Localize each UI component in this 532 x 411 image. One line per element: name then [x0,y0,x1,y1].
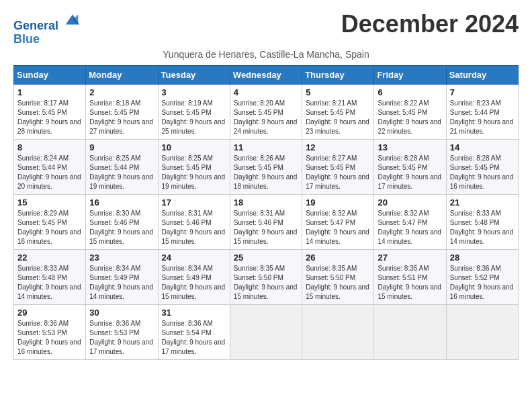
calendar-cell: 24 Sunrise: 8:34 AM Sunset: 5:49 PM Dayl… [158,249,230,304]
calendar-cell: 6 Sunrise: 8:22 AM Sunset: 5:45 PM Dayli… [374,84,446,139]
calendar-week-1: 1 Sunrise: 8:17 AM Sunset: 5:45 PM Dayli… [14,84,519,139]
calendar-cell [230,304,302,359]
sunset-label: Sunset: 5:45 PM [378,164,427,171]
sunrise-label: Sunrise: 8:25 AM [162,154,213,162]
calendar: SundayMondayTuesdayWednesdayThursdayFrid… [13,65,519,360]
daylight-label: Daylight: 9 hours and 15 minutes. [306,283,369,300]
sunrise-label: Sunrise: 8:30 AM [89,210,140,217]
daylight-label: Daylight: 9 hours and 18 minutes. [234,173,298,190]
sunset-label: Sunset: 5:49 PM [89,274,139,281]
day-info: Sunrise: 8:34 AM Sunset: 5:49 PM Dayligh… [89,264,154,302]
day-info: Sunrise: 8:18 AM Sunset: 5:45 PM Dayligh… [89,99,154,136]
day-info: Sunrise: 8:22 AM Sunset: 5:45 PM Dayligh… [378,99,442,136]
calendar-cell: 3 Sunrise: 8:19 AM Sunset: 5:45 PM Dayli… [158,84,230,139]
sunset-label: Sunset: 5:45 PM [306,109,355,116]
day-number: 6 [378,87,442,97]
sunset-label: Sunset: 5:51 PM [378,274,427,281]
day-info: Sunrise: 8:35 AM Sunset: 5:50 PM Dayligh… [234,264,298,302]
calendar-cell: 11 Sunrise: 8:26 AM Sunset: 5:45 PM Dayl… [230,139,302,194]
sunrise-label: Sunrise: 8:18 AM [89,99,140,107]
day-number: 19 [306,197,370,208]
day-number: 5 [306,87,370,97]
sunrise-label: Sunrise: 8:31 AM [162,210,213,217]
sunrise-label: Sunrise: 8:35 AM [234,265,285,272]
day-info: Sunrise: 8:36 AM Sunset: 5:53 PM Dayligh… [17,319,82,357]
day-number: 24 [162,253,226,263]
day-info: Sunrise: 8:17 AM Sunset: 5:45 PM Dayligh… [17,99,82,136]
logo-general: General [13,19,58,32]
daylight-label: Daylight: 9 hours and 23 minutes. [306,118,369,135]
sunrise-label: Sunrise: 8:25 AM [89,154,140,162]
sunrise-label: Sunrise: 8:26 AM [234,154,285,162]
sunset-label: Sunset: 5:53 PM [17,329,67,336]
calendar-cell: 13 Sunrise: 8:28 AM Sunset: 5:45 PM Dayl… [374,139,446,194]
sunrise-label: Sunrise: 8:22 AM [378,99,429,107]
calendar-cell: 17 Sunrise: 8:31 AM Sunset: 5:46 PM Dayl… [158,194,230,249]
day-number: 30 [89,308,154,318]
day-info: Sunrise: 8:30 AM Sunset: 5:46 PM Dayligh… [89,209,154,246]
sunset-label: Sunset: 5:46 PM [234,219,283,226]
day-info: Sunrise: 8:36 AM Sunset: 5:52 PM Dayligh… [450,264,515,302]
day-number: 16 [89,197,154,208]
calendar-cell: 7 Sunrise: 8:23 AM Sunset: 5:44 PM Dayli… [446,84,518,139]
header-thursday: Thursday [302,65,374,84]
day-info: Sunrise: 8:36 AM Sunset: 5:53 PM Dayligh… [89,319,154,357]
daylight-label: Daylight: 9 hours and 24 minutes. [234,118,298,135]
sunset-label: Sunset: 5:45 PM [306,164,355,171]
sunrise-label: Sunrise: 8:35 AM [378,265,429,272]
day-info: Sunrise: 8:26 AM Sunset: 5:45 PM Dayligh… [234,154,298,191]
sunrise-label: Sunrise: 8:34 AM [162,265,213,272]
calendar-cell: 1 Sunrise: 8:17 AM Sunset: 5:45 PM Dayli… [14,84,86,139]
daylight-label: Daylight: 9 hours and 15 minutes. [89,228,153,245]
sunrise-label: Sunrise: 8:19 AM [162,99,213,107]
calendar-cell: 22 Sunrise: 8:33 AM Sunset: 5:48 PM Dayl… [14,249,86,304]
day-number: 10 [162,142,226,152]
sunrise-label: Sunrise: 8:35 AM [306,265,357,272]
day-info: Sunrise: 8:33 AM Sunset: 5:48 PM Dayligh… [17,264,82,302]
daylight-label: Daylight: 9 hours and 27 minutes. [89,118,153,135]
day-number: 4 [234,87,298,97]
daylight-label: Daylight: 9 hours and 17 minutes. [162,338,226,355]
sunrise-label: Sunrise: 8:36 AM [162,320,213,327]
day-info: Sunrise: 8:21 AM Sunset: 5:45 PM Dayligh… [306,99,370,136]
sunset-label: Sunset: 5:47 PM [306,219,355,226]
sunset-label: Sunset: 5:45 PM [234,109,283,116]
daylight-label: Daylight: 9 hours and 15 minutes. [162,228,226,245]
day-info: Sunrise: 8:25 AM Sunset: 5:45 PM Dayligh… [162,154,226,191]
header-wednesday: Wednesday [230,65,302,84]
daylight-label: Daylight: 9 hours and 14 minutes. [450,228,514,245]
subtitle: Yunquera de Henares, Castille-La Mancha,… [13,49,519,60]
calendar-cell: 8 Sunrise: 8:24 AM Sunset: 5:44 PM Dayli… [14,139,86,194]
day-number: 12 [306,142,370,152]
calendar-cell: 26 Sunrise: 8:35 AM Sunset: 5:50 PM Dayl… [302,249,374,304]
sunrise-label: Sunrise: 8:36 AM [17,320,69,327]
daylight-label: Daylight: 9 hours and 17 minutes. [378,173,441,190]
daylight-label: Daylight: 9 hours and 17 minutes. [89,338,153,355]
header-tuesday: Tuesday [158,65,230,84]
day-number: 7 [450,87,515,97]
sunrise-label: Sunrise: 8:28 AM [378,154,429,162]
calendar-cell: 28 Sunrise: 8:36 AM Sunset: 5:52 PM Dayl… [446,249,518,304]
day-number: 31 [162,308,226,318]
day-number: 18 [234,197,298,208]
calendar-week-4: 22 Sunrise: 8:33 AM Sunset: 5:48 PM Dayl… [14,249,519,304]
sunset-label: Sunset: 5:45 PM [378,109,427,116]
calendar-week-2: 8 Sunrise: 8:24 AM Sunset: 5:44 PM Dayli… [14,139,519,194]
day-number: 3 [162,87,226,97]
calendar-week-3: 15 Sunrise: 8:29 AM Sunset: 5:45 PM Dayl… [14,194,519,249]
sunset-label: Sunset: 5:45 PM [89,109,139,116]
calendar-cell: 18 Sunrise: 8:31 AM Sunset: 5:46 PM Dayl… [230,194,302,249]
sunrise-label: Sunrise: 8:36 AM [89,320,140,327]
day-info: Sunrise: 8:35 AM Sunset: 5:51 PM Dayligh… [378,264,442,302]
sunset-label: Sunset: 5:45 PM [162,164,212,171]
sunrise-label: Sunrise: 8:36 AM [450,265,501,272]
day-number: 9 [89,142,154,152]
sunset-label: Sunset: 5:54 PM [162,329,212,336]
day-info: Sunrise: 8:36 AM Sunset: 5:54 PM Dayligh… [162,319,226,357]
day-info: Sunrise: 8:19 AM Sunset: 5:45 PM Dayligh… [162,99,226,136]
calendar-cell: 30 Sunrise: 8:36 AM Sunset: 5:53 PM Dayl… [86,304,158,359]
header-monday: Monday [86,65,158,84]
calendar-cell: 5 Sunrise: 8:21 AM Sunset: 5:45 PM Dayli… [302,84,374,139]
day-number: 13 [378,142,442,152]
sunset-label: Sunset: 5:45 PM [450,164,500,171]
